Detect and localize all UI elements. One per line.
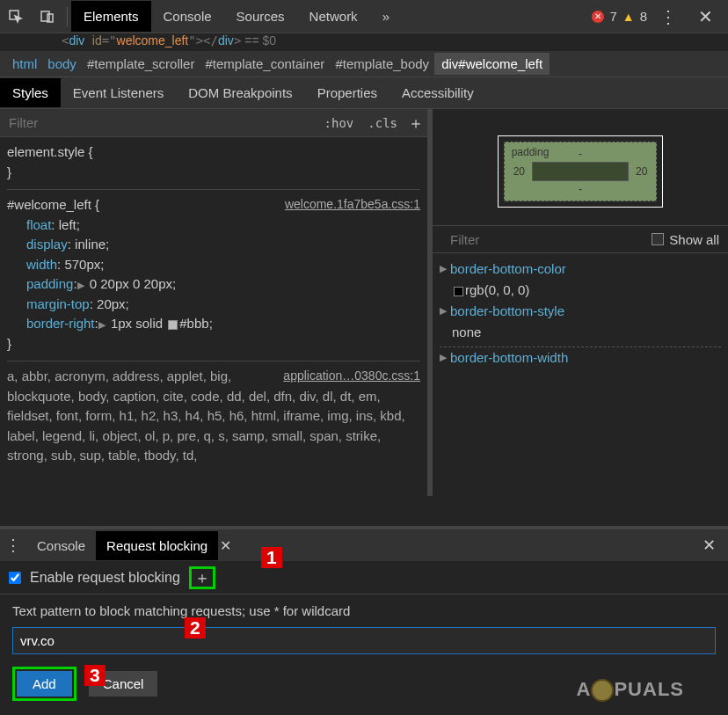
checkbox-icon[interactable] [652, 233, 664, 245]
crumb-container[interactable]: #template_container [200, 56, 330, 71]
drawer-tab-console[interactable]: Console [26, 531, 96, 560]
close-tab-icon[interactable]: ✕ [220, 537, 231, 554]
ua-rule[interactable]: application…0380c.css:1 a, abbr, acronym… [7, 367, 420, 466]
add-pattern-button[interactable]: ＋ [193, 569, 211, 587]
computed-filter-input[interactable] [441, 232, 652, 247]
tab-console[interactable]: Console [151, 1, 224, 32]
close-icon[interactable]: ✕ [689, 1, 721, 33]
element-style-block[interactable]: element.style { } [7, 142, 420, 190]
box-content [532, 162, 629, 181]
computed-row[interactable]: ▶border-bottom-width [440, 347, 721, 368]
crumb-body2[interactable]: #template_body [330, 56, 434, 71]
drawer: ⋮ Console Request blocking ✕ ✕ Enable re… [0, 526, 728, 715]
error-count: 7 [609, 9, 616, 24]
tab-sources[interactable]: Sources [224, 1, 297, 32]
pattern-input[interactable] [12, 627, 716, 654]
warning-count: 8 [640, 9, 647, 24]
inspect-icon[interactable] [0, 1, 32, 33]
drawer-tab-request-blocking[interactable]: Request blocking [96, 531, 218, 560]
box-model[interactable]: padding - 20 20 - [433, 109, 728, 225]
cls-toggle[interactable]: .cls [360, 113, 404, 134]
source-link[interactable]: welcome.1fa7be5a.css:1 [285, 195, 420, 214]
devtools-toolbar: Elements Console Sources Network » ✕ 7 ▲… [0, 0, 728, 33]
tabs-overflow[interactable]: » [370, 1, 402, 32]
tab-network[interactable]: Network [297, 1, 370, 32]
styles-panel: :hov .cls ＋ element.style { } welcome.1f… [0, 109, 433, 496]
error-icon[interactable]: ✕ [592, 11, 604, 23]
computed-panel: padding - 20 20 - Show all ▶border-botto… [433, 109, 728, 496]
add-highlight: Add [12, 667, 76, 701]
computed-row[interactable]: ▶border-bottom-color [440, 259, 721, 280]
subtab-event-listeners[interactable]: Event Listeners [61, 78, 176, 107]
enable-blocking-label: Enable request blocking [30, 570, 180, 586]
cancel-button[interactable]: Cancel [89, 671, 158, 697]
show-all-toggle[interactable]: Show all [652, 232, 719, 247]
subtab-styles[interactable]: Styles [0, 78, 61, 107]
subtab-dom-breakpoints[interactable]: DOM Breakpoints [176, 78, 304, 107]
pattern-help-text: Text pattern to block matching requests;… [12, 603, 716, 618]
enable-blocking-checkbox[interactable] [9, 572, 21, 584]
subtab-properties[interactable]: Properties [305, 78, 389, 107]
crumb-body[interactable]: body [42, 56, 82, 71]
device-toggle-icon[interactable] [32, 1, 63, 33]
crumb-scroller[interactable]: #template_scroller [82, 56, 200, 71]
computed-row[interactable]: ▶border-bottom-style [440, 301, 721, 322]
ua-source-link[interactable]: application…0380c.css:1 [283, 367, 420, 385]
drawer-kebab-icon[interactable]: ⋮ [0, 536, 26, 555]
styles-filter-input[interactable] [0, 115, 317, 130]
breadcrumb: html body #template_scroller #template_c… [0, 51, 728, 77]
subtab-accessibility[interactable]: Accessibility [389, 78, 486, 107]
color-swatch[interactable] [168, 320, 178, 330]
new-style-rule-button[interactable]: ＋ [404, 112, 427, 135]
crumb-selected[interactable]: div#welcome_left [434, 53, 550, 75]
styles-subtabs: Styles Event Listeners DOM Breakpoints P… [0, 77, 728, 109]
add-pattern-highlight: ＋ [189, 566, 215, 589]
hov-toggle[interactable]: :hov [317, 113, 361, 134]
crumb-html[interactable]: html [7, 56, 42, 71]
warning-icon[interactable]: ▲ [622, 10, 635, 24]
add-button[interactable]: Add [17, 671, 72, 697]
kebab-icon[interactable]: ⋮ [652, 1, 684, 33]
main-tabs: Elements Console Sources Network » [71, 1, 592, 32]
welcome-left-rule[interactable]: welcome.1fa7be5a.css:1 #welcome_left { f… [7, 195, 420, 361]
dom-snippet: <div id="welcome_left"></div> == $0 [0, 33, 728, 51]
drawer-close-icon[interactable]: ✕ [690, 536, 728, 555]
tab-elements[interactable]: Elements [71, 1, 151, 32]
divider [67, 7, 68, 26]
color-swatch[interactable] [454, 287, 463, 296]
